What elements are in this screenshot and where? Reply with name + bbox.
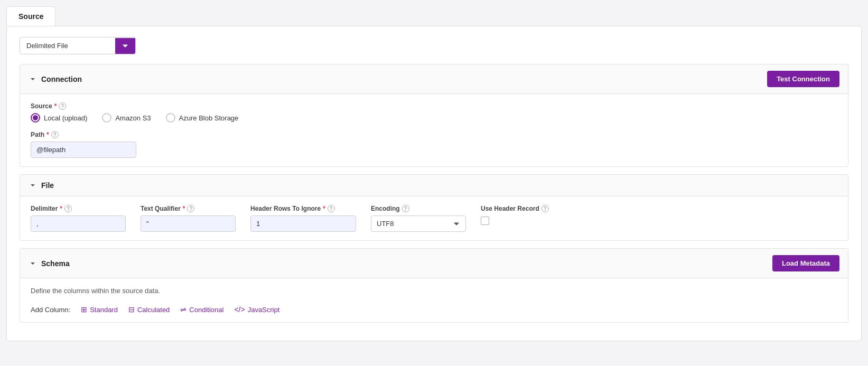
add-column-calculated[interactable]: ⊟ Calculated [128, 305, 170, 314]
dropdown-arrow-btn[interactable] [115, 38, 135, 54]
radio-s3-label: Amazon S3 [115, 114, 151, 122]
path-input[interactable] [31, 142, 136, 158]
delimiter-help-icon[interactable]: ? [64, 205, 72, 212]
connection-section-body: Source * ? Local (upload) Amazon S3 [20, 94, 848, 166]
schema-chevron-icon [29, 259, 37, 268]
file-type-dropdown[interactable]: Delimited File [20, 37, 136, 54]
file-section-body: Delimiter * ? Text Qualifier * ? [20, 196, 848, 240]
radio-local[interactable]: Local (upload) [31, 113, 87, 123]
text-qualifier-required-star: * [183, 205, 185, 212]
connection-section: Connection Test Connection Source * ? Lo… [20, 64, 848, 167]
connection-section-header: Connection Test Connection [20, 64, 848, 94]
encoding-dropdown[interactable]: UTF8 [371, 215, 466, 232]
schema-section: Schema Load Metadata Define the columns … [20, 248, 848, 323]
encoding-value: UTF8 [377, 220, 394, 228]
add-column-javascript[interactable]: </> JavaScript [234, 305, 279, 314]
file-chevron-icon [29, 181, 37, 190]
use-header-help-icon[interactable]: ? [542, 205, 549, 212]
add-column-conditional[interactable]: ⇌ Conditional [180, 305, 223, 314]
delimiter-input[interactable] [31, 215, 126, 232]
add-column-label: Add Column: [31, 306, 70, 314]
conditional-icon: ⇌ [180, 305, 186, 314]
source-help-icon[interactable]: ? [59, 102, 66, 110]
main-card: Delimited File Connection Test Connectio… [6, 26, 862, 341]
schema-description: Define the columns within the source dat… [31, 287, 837, 295]
file-section: File Delimiter * ? [20, 174, 848, 241]
delimiter-required-star: * [60, 205, 62, 212]
test-connection-button[interactable]: Test Connection [767, 71, 839, 87]
connection-chevron-icon [29, 75, 37, 83]
file-type-label: Delimited File [20, 37, 115, 54]
file-section-header: File [20, 175, 848, 196]
file-title: File [41, 181, 54, 190]
text-qualifier-group: Text Qualifier * ? [141, 205, 236, 232]
text-qualifier-help-icon[interactable]: ? [187, 205, 194, 212]
add-column-standard[interactable]: ⊞ Standard [81, 305, 118, 314]
add-column-row: Add Column: ⊞ Standard ⊟ Calculated ⇌ Co… [31, 305, 837, 314]
text-qualifier-label: Text Qualifier * ? [141, 205, 236, 212]
radio-s3-circle[interactable] [102, 113, 111, 123]
source-radio-group: Local (upload) Amazon S3 Azure Blob Stor… [31, 113, 837, 123]
encoding-help-icon[interactable]: ? [402, 205, 409, 212]
schema-title: Schema [41, 259, 70, 268]
load-metadata-button[interactable]: Load Metadata [772, 255, 839, 271]
page-wrapper: Source Delimited File Connecti [6, 6, 862, 341]
use-header-record-label: Use Header Record ? [481, 205, 549, 212]
delimiter-group: Delimiter * ? [31, 205, 126, 232]
schema-section-body: Define the columns within the source dat… [20, 278, 848, 322]
header-rows-label: Header Rows To Ignore * ? [250, 205, 356, 212]
path-help-icon[interactable]: ? [51, 131, 59, 138]
schema-section-header: Schema Load Metadata [20, 249, 848, 278]
header-rows-required-star: * [323, 205, 325, 212]
path-required-star: * [46, 131, 49, 138]
header-rows-group: Header Rows To Ignore * ? [250, 205, 356, 232]
standard-icon: ⊞ [81, 305, 87, 314]
schema-header-left: Schema [29, 259, 70, 268]
radio-azure-label: Azure Blob Storage [179, 114, 239, 122]
source-required-star: * [54, 102, 57, 110]
encoding-label: Encoding ? [371, 205, 466, 212]
text-qualifier-input[interactable] [141, 215, 236, 232]
file-fields-row: Delimiter * ? Text Qualifier * ? [31, 205, 837, 232]
chevron-down-icon [122, 42, 129, 50]
use-header-record-group: Use Header Record ? [481, 205, 549, 225]
dropdown-row: Delimited File [20, 37, 848, 54]
radio-local-circle[interactable] [31, 113, 40, 123]
radio-local-label: Local (upload) [44, 114, 87, 122]
connection-header-left: Connection [29, 75, 82, 83]
delimiter-label: Delimiter * ? [31, 205, 126, 212]
use-header-checkbox-wrapper [481, 217, 549, 225]
encoding-chevron-icon [453, 220, 460, 228]
source-tab[interactable]: Source [6, 6, 55, 26]
radio-azure[interactable]: Azure Blob Storage [166, 113, 239, 123]
radio-azure-circle[interactable] [166, 113, 175, 123]
connection-title: Connection [41, 75, 82, 83]
file-header-left: File [29, 181, 54, 190]
encoding-group: Encoding ? UTF8 [371, 205, 466, 232]
radio-s3[interactable]: Amazon S3 [102, 113, 151, 123]
source-field-label: Source * ? [31, 102, 837, 110]
calculated-icon: ⊟ [128, 305, 135, 314]
header-rows-input[interactable] [250, 215, 356, 232]
javascript-icon: </> [234, 305, 245, 314]
path-field-label: Path * ? [31, 131, 837, 138]
use-header-checkbox[interactable] [481, 217, 489, 225]
header-rows-help-icon[interactable]: ? [328, 205, 335, 212]
